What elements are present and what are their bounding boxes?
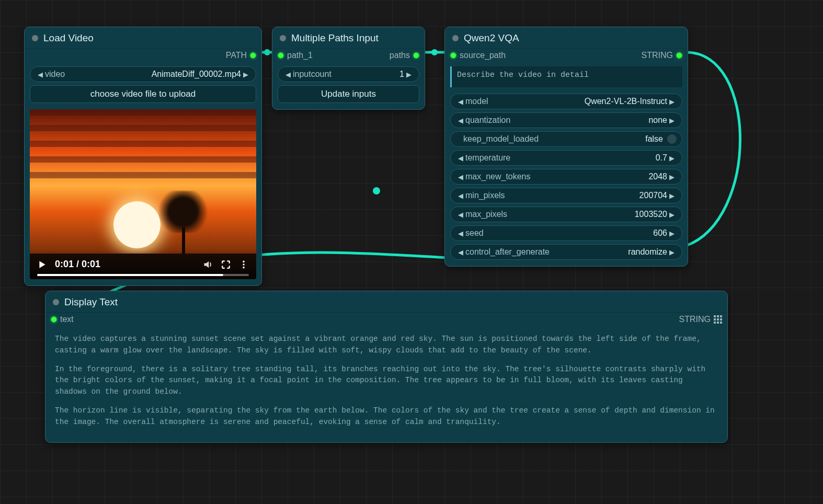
video-preview[interactable]: 0:01 / 0:01	[30, 109, 256, 279]
svg-point-5	[243, 267, 245, 269]
keep_model_loaded-widget[interactable]: keep_model_loadedfalse	[450, 131, 682, 147]
chevron-left-icon[interactable]: ◀	[456, 173, 465, 181]
node-header[interactable]: Display Text	[45, 291, 727, 313]
widget-label: max_pixels	[465, 210, 507, 219]
output-label: STRING	[679, 315, 711, 324]
prompt-textarea[interactable]: Describe the video in detail	[450, 66, 682, 87]
widget-value: none	[648, 116, 667, 125]
display-text-paragraph: In the foreground, there is a solitary t…	[55, 364, 718, 398]
chevron-left-icon[interactable]: ◀	[456, 117, 465, 124]
chevron-right-icon[interactable]: ▶	[404, 71, 414, 78]
node-display-text[interactable]: Display Text text STRING The video captu…	[45, 291, 728, 443]
widget-label: temperature	[465, 153, 510, 163]
svg-point-0	[264, 49, 270, 55]
chevron-left-icon[interactable]: ◀	[456, 154, 465, 162]
widget-value: 606	[653, 228, 667, 238]
chevron-left-icon[interactable]: ◀	[456, 248, 465, 256]
node-title: Multiple Paths Input	[291, 32, 379, 44]
choose-video-button[interactable]: choose video file to upload	[30, 85, 256, 103]
chevron-left-icon[interactable]: ◀	[456, 98, 465, 106]
widget-label: model	[465, 97, 488, 106]
chevron-left-icon[interactable]: ◀	[456, 230, 465, 237]
toggle-icon[interactable]	[667, 134, 677, 144]
inputcount-widget[interactable]: ◀ inputcount 1 ▶	[278, 66, 419, 82]
port-icon[interactable]	[413, 52, 419, 59]
min_pixels-widget[interactable]: ◀min_pixels200704▶	[450, 188, 682, 203]
node-qwen2-vqa[interactable]: Qwen2 VQA source_path STRING Describe th…	[444, 27, 688, 267]
video-combo-widget[interactable]: ◀ video AnimateDiff_00002.mp4 ▶	[30, 66, 256, 82]
chevron-right-icon[interactable]: ▶	[667, 230, 677, 237]
volume-icon[interactable]	[203, 259, 213, 270]
widget-value: Qwen2-VL-2B-Instruct	[585, 97, 667, 106]
chevron-right-icon[interactable]: ▶	[667, 98, 677, 106]
grid-icon[interactable]	[714, 315, 722, 324]
chevron-left-icon[interactable]: ◀	[283, 71, 293, 78]
fullscreen-icon[interactable]	[221, 259, 231, 270]
preview-clouds	[30, 109, 256, 186]
chevron-left-icon[interactable]: ◀	[36, 71, 45, 78]
widget-label: quantization	[465, 116, 510, 125]
widget-value: 1	[399, 70, 404, 79]
node-header[interactable]: Multiple Paths Input	[272, 27, 425, 49]
update-inputs-button[interactable]: Update inputs	[278, 85, 419, 103]
widget-label: video	[45, 70, 65, 79]
svg-point-3	[243, 260, 245, 262]
port-icon[interactable]	[51, 316, 57, 323]
collapse-dot-icon[interactable]	[452, 35, 459, 41]
node-header[interactable]: Qwen2 VQA	[445, 27, 688, 49]
chevron-left-icon[interactable]: ◀	[456, 192, 465, 200]
output-slot-path: PATH	[25, 49, 261, 62]
port-icon[interactable]	[278, 52, 284, 59]
chevron-right-icon[interactable]: ▶	[667, 154, 677, 162]
output-label: paths	[390, 51, 410, 60]
port-icon[interactable]	[676, 52, 682, 59]
playback-time: 0:01 / 0:01	[55, 259, 100, 270]
node-title: Load Video	[43, 32, 94, 44]
input-label: text	[60, 315, 74, 324]
widget-value: 0.7	[656, 153, 667, 163]
node-multiple-paths[interactable]: Multiple Paths Input path_1 paths ◀ inpu…	[272, 27, 425, 110]
svg-point-4	[243, 264, 245, 266]
progress-bar[interactable]	[37, 274, 249, 276]
preview-tree	[154, 191, 212, 254]
max_pixels-widget[interactable]: ◀max_pixels1003520▶	[450, 207, 682, 222]
control_after_generate-widget[interactable]: ◀control_after_generaterandomize▶	[450, 244, 682, 260]
port-icon[interactable]	[450, 52, 456, 59]
more-icon[interactable]	[238, 259, 249, 270]
node-title: Qwen2 VQA	[464, 32, 519, 44]
widget-label: control_after_generate	[465, 247, 550, 257]
quantization-widget[interactable]: ◀quantizationnone▶	[450, 112, 682, 128]
chevron-right-icon[interactable]: ▶	[667, 211, 677, 219]
widget-label: max_new_tokens	[465, 172, 531, 181]
chevron-left-icon[interactable]: ◀	[456, 211, 465, 219]
max_new_tokens-widget[interactable]: ◀max_new_tokens2048▶	[450, 169, 682, 185]
widget-label: keep_model_loaded	[463, 134, 539, 144]
node-load-video[interactable]: Load Video PATH ◀ video AnimateDiff_0000…	[24, 27, 262, 286]
model-widget[interactable]: ◀modelQwen2-VL-2B-Instruct▶	[450, 94, 682, 109]
output-label: PATH	[226, 51, 247, 60]
collapse-dot-icon[interactable]	[53, 299, 59, 305]
output-label: STRING	[642, 51, 673, 60]
seed-widget[interactable]: ◀seed606▶	[450, 225, 682, 241]
chevron-right-icon[interactable]: ▶	[667, 192, 677, 200]
collapse-dot-icon[interactable]	[32, 35, 38, 41]
temperature-widget[interactable]: ◀temperature0.7▶	[450, 150, 682, 166]
node-header[interactable]: Load Video	[25, 27, 261, 49]
display-text-body: The video captures a stunning sunset sce…	[45, 326, 727, 442]
widget-value: 2048	[648, 172, 667, 181]
chevron-right-icon[interactable]: ▶	[667, 173, 677, 181]
widget-label: seed	[465, 228, 484, 238]
display-text-paragraph: The video captures a stunning sunset sce…	[55, 334, 718, 357]
node-title: Display Text	[64, 296, 118, 308]
collapse-dot-icon[interactable]	[280, 35, 286, 41]
port-icon[interactable]	[250, 52, 256, 59]
chevron-right-icon[interactable]: ▶	[667, 117, 677, 124]
svg-point-1	[431, 49, 438, 55]
preview-sun	[113, 201, 161, 248]
chevron-right-icon[interactable]: ▶	[667, 248, 677, 256]
widget-value: randomize	[628, 247, 667, 257]
display-text-paragraph: The horizon line is visible, separating …	[55, 405, 718, 428]
play-icon[interactable]	[37, 259, 48, 270]
chevron-right-icon[interactable]: ▶	[241, 71, 250, 78]
widget-value: AnimateDiff_00002.mp4	[152, 70, 241, 79]
